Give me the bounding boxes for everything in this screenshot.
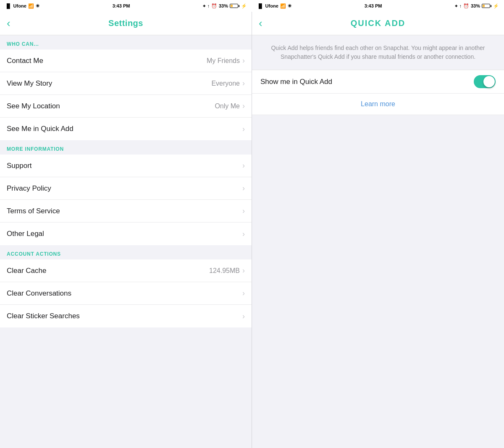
clear-sticker-searches-item[interactable]: Clear Sticker Searches › xyxy=(0,305,252,327)
carrier-left: Ufone xyxy=(13,3,26,8)
status-right-right: ⌖ ↑ ⏰ 33% ⚡ xyxy=(455,3,499,9)
settings-title: Settings xyxy=(108,18,143,28)
terms-of-service-right: › xyxy=(242,207,245,215)
support-label: Support xyxy=(7,162,32,170)
see-my-location-label: See My Location xyxy=(7,102,60,110)
carrier-right: Ufone xyxy=(265,3,278,8)
view-my-story-chevron: › xyxy=(242,79,245,88)
see-my-location-chevron: › xyxy=(242,102,245,110)
support-chevron: › xyxy=(242,161,245,170)
quick-add-description: Quick Add helps friends find each other … xyxy=(252,35,504,70)
view-my-story-value: Everyone xyxy=(211,80,240,87)
activity-icon-left: ✳ xyxy=(36,3,39,9)
clear-cache-right: 124.95MB › xyxy=(209,266,245,275)
status-bar-right: ▐▌ Ufone 📶 ✳ 3:43 PM ⌖ ↑ ⏰ 33% ⚡ xyxy=(252,0,504,12)
alarm-icon-left: ⏰ xyxy=(211,3,217,9)
privacy-policy-right: › xyxy=(242,184,245,193)
time-right: 3:43 PM xyxy=(365,3,382,8)
see-me-quick-add-label: See Me in Quick Add xyxy=(7,125,74,133)
who-can-list: Contact Me My Friends › View My Story Ev… xyxy=(0,50,252,140)
show-in-quick-add-row[interactable]: Show me in Quick Add xyxy=(252,70,504,94)
view-my-story-item[interactable]: View My Story Everyone › xyxy=(0,72,252,95)
contact-me-value: My Friends xyxy=(207,57,240,65)
battery-icon-right xyxy=(482,4,491,8)
show-in-quick-add-toggle[interactable] xyxy=(474,75,496,88)
settings-panel: ‹ Settings WHO CAN... Contact Me My Frie… xyxy=(0,12,252,448)
time-left: 3:43 PM xyxy=(113,3,130,8)
status-bar-left: ▐▌ Ufone 📶 ✳ 3:43 PM ⌖ ↑ ⏰ 33% ⚡ xyxy=(0,0,252,12)
clear-conversations-label: Clear Conversations xyxy=(7,289,71,298)
quick-add-nav-bar: ‹ QUICK ADD xyxy=(252,12,504,35)
account-actions-header: ACCOUNT ACTIONS xyxy=(0,245,252,259)
clear-cache-value: 124.95MB xyxy=(209,267,240,275)
see-me-quick-add-chevron: › xyxy=(242,125,245,134)
contact-me-chevron: › xyxy=(242,56,245,65)
see-my-location-right: Only Me › xyxy=(215,102,245,110)
contact-me-item[interactable]: Contact Me My Friends › xyxy=(0,50,252,72)
clear-cache-label: Clear Cache xyxy=(7,267,47,275)
see-my-location-value: Only Me xyxy=(215,102,240,110)
contact-me-right: My Friends › xyxy=(207,56,245,65)
settings-back-button[interactable]: ‹ xyxy=(7,17,10,30)
main-content: ‹ Settings WHO CAN... Contact Me My Frie… xyxy=(0,12,504,448)
charging-icon-left: ⚡ xyxy=(241,3,247,9)
support-item[interactable]: Support › xyxy=(0,155,252,177)
clear-sticker-searches-right: › xyxy=(242,312,245,321)
show-in-quick-add-label: Show me in Quick Add xyxy=(260,78,332,86)
battery-icon-left xyxy=(230,4,239,8)
clear-cache-item[interactable]: Clear Cache 124.95MB › xyxy=(0,259,252,282)
contact-me-label: Contact Me xyxy=(7,57,43,65)
see-me-quick-add-item[interactable]: See Me in Quick Add › xyxy=(0,118,252,140)
arrow-icon-right: ↑ xyxy=(459,3,462,8)
who-can-header: WHO CAN... xyxy=(0,35,252,50)
status-left-right: ▐▌ Ufone 📶 ✳ xyxy=(257,3,291,9)
alarm-icon-right: ⏰ xyxy=(463,3,469,9)
toggle-knob xyxy=(483,76,495,87)
view-my-story-right: Everyone › xyxy=(211,79,245,88)
status-right-left: ⌖ ↑ ⏰ 33% ⚡ xyxy=(203,3,247,9)
clear-sticker-searches-label: Clear Sticker Searches xyxy=(7,312,80,320)
settings-nav-bar: ‹ Settings xyxy=(0,12,252,35)
clear-conversations-right: › xyxy=(242,289,245,298)
privacy-policy-chevron: › xyxy=(242,184,245,193)
clear-conversations-item[interactable]: Clear Conversations › xyxy=(0,282,252,305)
privacy-policy-item[interactable]: Privacy Policy › xyxy=(0,177,252,200)
privacy-policy-label: Privacy Policy xyxy=(7,184,51,193)
arrow-icon-left: ↑ xyxy=(207,3,210,8)
clear-cache-chevron: › xyxy=(242,266,245,275)
settings-scroll[interactable]: WHO CAN... Contact Me My Friends › View … xyxy=(0,35,252,448)
status-bar: ▐▌ Ufone 📶 ✳ 3:43 PM ⌖ ↑ ⏰ 33% ⚡ ▐▌ Ufon… xyxy=(0,0,504,12)
more-info-list: Support › Privacy Policy › Terms of Serv… xyxy=(0,155,252,245)
quick-add-back-button[interactable]: ‹ xyxy=(259,17,262,30)
terms-of-service-item[interactable]: Terms of Service › xyxy=(0,200,252,223)
location-icon-right: ⌖ xyxy=(455,3,457,9)
quick-add-title: QUICK ADD xyxy=(351,18,406,28)
battery-percent-left: 33% xyxy=(219,3,228,8)
activity-icon-right: ✳ xyxy=(288,3,291,9)
charging-icon-right: ⚡ xyxy=(493,3,499,9)
account-actions-list: Clear Cache 124.95MB › Clear Conversatio… xyxy=(0,259,252,327)
clear-sticker-searches-chevron: › xyxy=(242,312,245,321)
terms-of-service-label: Terms of Service xyxy=(7,207,60,215)
other-legal-right: › xyxy=(242,230,245,238)
learn-more-container: Learn more xyxy=(252,94,504,115)
see-me-quick-add-right: › xyxy=(242,125,245,134)
view-my-story-label: View My Story xyxy=(7,79,52,88)
see-my-location-item[interactable]: See My Location Only Me › xyxy=(0,95,252,118)
clear-conversations-chevron: › xyxy=(242,289,245,298)
learn-more-link[interactable]: Learn more xyxy=(361,100,395,107)
battery-percent-right: 33% xyxy=(471,3,480,8)
status-left-icons: ▐▌ Ufone 📶 ✳ xyxy=(5,3,39,9)
support-right: › xyxy=(242,161,245,170)
other-legal-label: Other Legal xyxy=(7,230,44,238)
other-legal-item[interactable]: Other Legal › xyxy=(0,223,252,245)
wifi-icon-right: 📶 xyxy=(280,3,286,9)
wifi-icon-left: 📶 xyxy=(28,3,34,9)
quick-add-panel: ‹ QUICK ADD Quick Add helps friends find… xyxy=(252,12,504,448)
more-info-header: MORE INFORMATION xyxy=(0,140,252,155)
terms-of-service-chevron: › xyxy=(242,207,245,215)
other-legal-chevron: › xyxy=(242,230,245,238)
signal-icon-right: ▐▌ xyxy=(257,3,264,8)
signal-icon: ▐▌ xyxy=(5,3,12,8)
location-icon-left: ⌖ xyxy=(203,3,205,9)
